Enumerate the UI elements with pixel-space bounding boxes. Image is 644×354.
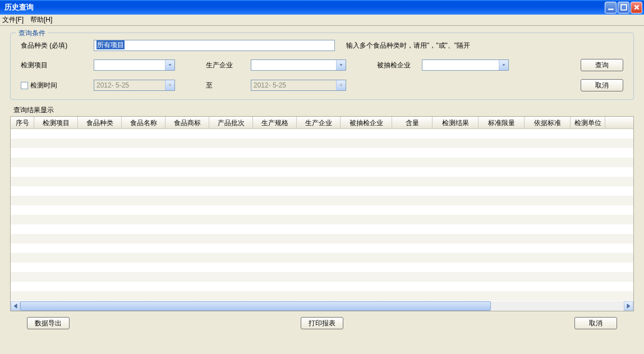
sampled-company-value [422, 60, 499, 70]
table-row [11, 282, 633, 291]
date-to-value: 2012- 5-25 [251, 80, 336, 90]
col-seq[interactable]: 序号 [11, 117, 34, 128]
col-content[interactable]: 含量 [392, 117, 433, 128]
col-food-category[interactable]: 食品种类 [78, 117, 122, 128]
food-category-value: 所有项目 [96, 40, 125, 49]
table-row [11, 263, 633, 272]
chevron-right-icon [624, 302, 633, 310]
table-row [11, 215, 633, 224]
date-from-value: 2012- 5-25 [94, 80, 165, 90]
scroll-right-button[interactable] [624, 301, 633, 311]
maximize-button[interactable] [618, 2, 629, 13]
titlebar: 历史查询 [0, 0, 644, 15]
producer-value [251, 60, 336, 70]
chevron-left-icon [11, 302, 20, 310]
table-row [11, 186, 633, 196]
table-row [11, 224, 633, 234]
producer-label: 生产企业 [206, 61, 251, 70]
close-button[interactable] [631, 2, 642, 13]
results-legend: 查询结果显示 [13, 105, 634, 115]
test-item-label: 检测项目 [21, 61, 94, 70]
col-result[interactable]: 检测结果 [433, 117, 479, 128]
table-row [11, 129, 633, 139]
chevron-down-icon [499, 60, 508, 70]
sampled-company-label: 被抽检企业 [377, 61, 422, 70]
menubar: 文件[F] 帮助[H] [0, 15, 644, 26]
detect-time-label: 检测时间 [21, 81, 94, 90]
table-row [11, 148, 633, 158]
table-row [11, 177, 633, 186]
col-test-item[interactable]: 检测项目 [34, 117, 78, 128]
col-limit[interactable]: 标准限量 [479, 117, 525, 128]
table-row [11, 205, 633, 215]
menu-help[interactable]: 帮助[H] [30, 15, 52, 25]
table-row [11, 243, 633, 253]
scroll-track[interactable] [20, 301, 624, 311]
footer: 数据导出 打印报表 取消 [10, 311, 634, 335]
food-category-input[interactable]: 所有项目 [94, 40, 335, 51]
svg-rect-1 [621, 4, 627, 10]
date-to-combo: 2012- 5-25 [251, 80, 346, 91]
detect-time-checkbox[interactable] [21, 82, 28, 89]
maximize-icon [620, 4, 627, 11]
export-button[interactable]: 数据导出 [27, 317, 70, 329]
window-controls [605, 2, 642, 13]
table-row [11, 196, 633, 205]
chevron-down-icon [336, 60, 346, 70]
scroll-left-button[interactable] [11, 301, 20, 311]
date-to-label: 至 [206, 81, 251, 90]
grid-header: 序号 检测项目 食品种类 食品名称 食品商标 产品批次 生产规格 生产企业 被抽… [11, 117, 633, 129]
minimize-icon [608, 4, 614, 11]
col-spec[interactable]: 生产规格 [253, 117, 297, 128]
date-from-combo: 2012- 5-25 [94, 80, 175, 91]
chevron-down-icon [165, 80, 174, 90]
close-icon [633, 4, 640, 11]
svg-rect-0 [608, 8, 614, 10]
grid-body[interactable] [11, 129, 633, 301]
table-row [11, 272, 633, 282]
test-item-value [94, 60, 165, 70]
col-food-brand[interactable]: 食品商标 [165, 117, 209, 128]
results-grid: 序号 检测项目 食品种类 食品名称 食品商标 产品批次 生产规格 生产企业 被抽… [10, 116, 634, 311]
window-title: 历史查询 [4, 2, 34, 12]
criteria-cancel-button[interactable]: 取消 [581, 79, 623, 91]
search-criteria-legend: 查询条件 [16, 29, 48, 38]
col-standard[interactable]: 依据标准 [525, 117, 571, 128]
col-batch[interactable]: 产品批次 [209, 117, 253, 128]
search-button[interactable]: 查询 [581, 59, 623, 71]
table-row [11, 167, 633, 177]
horizontal-scrollbar[interactable] [11, 301, 633, 311]
table-row [11, 253, 633, 263]
food-category-hint: 输入多个食品种类时，请用"，"或"、"隔开 [346, 41, 470, 50]
producer-combo[interactable] [251, 59, 346, 71]
chevron-down-icon [165, 60, 174, 70]
col-producer[interactable]: 生产企业 [297, 117, 341, 128]
print-button[interactable]: 打印报表 [301, 317, 343, 329]
table-row [11, 291, 633, 301]
col-unit[interactable]: 检测单位 [571, 117, 605, 128]
table-row [11, 158, 633, 167]
food-category-label: 食品种类 (必填) [21, 41, 94, 50]
col-sampled[interactable]: 被抽检企业 [341, 117, 392, 128]
test-item-combo[interactable] [94, 59, 175, 71]
chevron-down-icon [336, 80, 346, 90]
footer-cancel-button[interactable]: 取消 [574, 317, 617, 329]
col-food-name[interactable]: 食品名称 [122, 117, 165, 128]
minimize-button[interactable] [605, 2, 617, 13]
scroll-thumb[interactable] [20, 301, 491, 311]
search-criteria-group: 查询条件 食品种类 (必填) 所有项目 输入多个食品种类时，请用"，"或"、"隔… [10, 33, 634, 100]
sampled-company-combo[interactable] [422, 59, 509, 71]
menu-file[interactable]: 文件[F] [2, 15, 24, 25]
table-row [11, 139, 633, 148]
table-row [11, 234, 633, 243]
